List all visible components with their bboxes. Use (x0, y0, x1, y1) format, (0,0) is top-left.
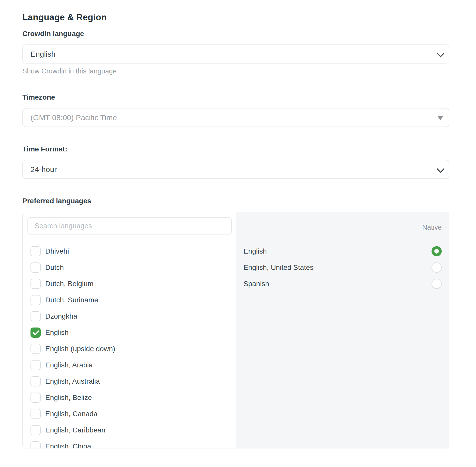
language-checkbox[interactable] (30, 360, 41, 370)
language-list: Dhivehi Dutch Dutch, Belgium Dutch, Suri… (23, 243, 236, 448)
time-format-label: Time Format: (22, 145, 449, 153)
language-checkbox[interactable] (30, 328, 41, 338)
language-list-item[interactable]: English, Arabia (23, 357, 236, 373)
chevron-down-icon (437, 165, 444, 173)
language-list-item[interactable]: English, Belize (23, 390, 236, 406)
language-list-item[interactable]: English (upside down) (23, 341, 236, 357)
native-radio[interactable] (432, 262, 442, 273)
preferred-languages-panel: Dhivehi Dutch Dutch, Belgium Dutch, Suri… (22, 212, 449, 448)
language-list-item[interactable]: Dutch (23, 259, 236, 276)
language-label: English, Arabia (45, 361, 93, 369)
selected-languages-panel: Native English English, United States Sp… (236, 212, 449, 448)
timezone-value: (GMT-08:00) Pacific Time (30, 113, 117, 122)
language-checkbox[interactable] (30, 344, 41, 354)
page-title: Language & Region (22, 12, 449, 22)
language-label: Dutch, Suriname (45, 296, 98, 304)
dropdown-arrow-icon (438, 116, 443, 120)
language-label: English, Australia (45, 377, 100, 385)
language-label: Dzongkha (45, 312, 77, 320)
crowdin-language-helper: Show Crowdin in this language (22, 67, 449, 75)
selected-language-row: Spanish (243, 276, 442, 292)
language-checkbox[interactable] (30, 409, 41, 419)
crowdin-language-select[interactable]: English (22, 44, 449, 64)
language-region-settings: Language & Region Crowdin language Engli… (22, 0, 449, 448)
selected-language-label: English (243, 247, 267, 255)
language-list-item[interactable]: Dzongkha (23, 308, 236, 324)
language-checkbox[interactable] (30, 246, 41, 256)
crowdin-language-label: Crowdin language (22, 29, 449, 38)
language-list-item[interactable]: Dutch, Belgium (23, 276, 236, 292)
crowdin-language-value: English (30, 50, 55, 58)
timezone-select[interactable]: (GMT-08:00) Pacific Time (22, 108, 449, 127)
language-label: English (45, 329, 69, 337)
language-list-item[interactable]: English, China (23, 438, 236, 448)
language-checkbox[interactable] (30, 376, 41, 386)
language-label: English, China (45, 442, 91, 448)
native-radio[interactable] (432, 279, 442, 289)
language-checkbox[interactable] (30, 279, 41, 289)
language-label: Dutch (45, 263, 64, 272)
language-checkbox[interactable] (30, 425, 41, 435)
language-label: Dutch, Belgium (45, 280, 94, 288)
selected-language-row: English (243, 243, 442, 259)
language-label: English (upside down) (45, 345, 115, 353)
time-format-select[interactable]: 24-hour (22, 160, 449, 179)
language-checkbox[interactable] (30, 295, 41, 305)
language-checkbox[interactable] (30, 393, 41, 403)
selected-language-label: English, United States (243, 263, 314, 272)
language-list-item[interactable]: Dutch, Suriname (23, 292, 236, 308)
language-checkbox[interactable] (30, 311, 41, 321)
language-list-item[interactable]: English, Caribbean (23, 422, 236, 438)
language-list-item[interactable]: English, Australia (23, 373, 236, 390)
native-radio[interactable] (432, 246, 442, 256)
native-column-label: Native (243, 223, 442, 231)
language-label: English, Canada (45, 410, 97, 418)
selected-language-label: Spanish (243, 280, 269, 288)
language-checkbox[interactable] (30, 441, 41, 448)
time-format-value: 24-hour (30, 165, 57, 174)
preferred-languages-label: Preferred languages (22, 197, 449, 205)
language-label: Dhivehi (45, 247, 69, 255)
language-list-item[interactable]: English (23, 324, 236, 341)
selected-languages-list: English English, United States Spanish (243, 243, 442, 292)
language-label: English, Belize (45, 394, 92, 402)
language-list-item[interactable]: English, Canada (23, 406, 236, 422)
chevron-down-icon (437, 50, 444, 58)
language-list-item[interactable]: Dhivehi (23, 243, 236, 259)
language-label: English, Caribbean (45, 426, 105, 434)
timezone-label: Timezone (22, 93, 449, 102)
search-input[interactable] (27, 217, 232, 235)
language-checkbox[interactable] (30, 262, 41, 273)
selected-language-row: English, United States (243, 259, 442, 276)
language-search-list: Dhivehi Dutch Dutch, Belgium Dutch, Suri… (23, 212, 236, 448)
